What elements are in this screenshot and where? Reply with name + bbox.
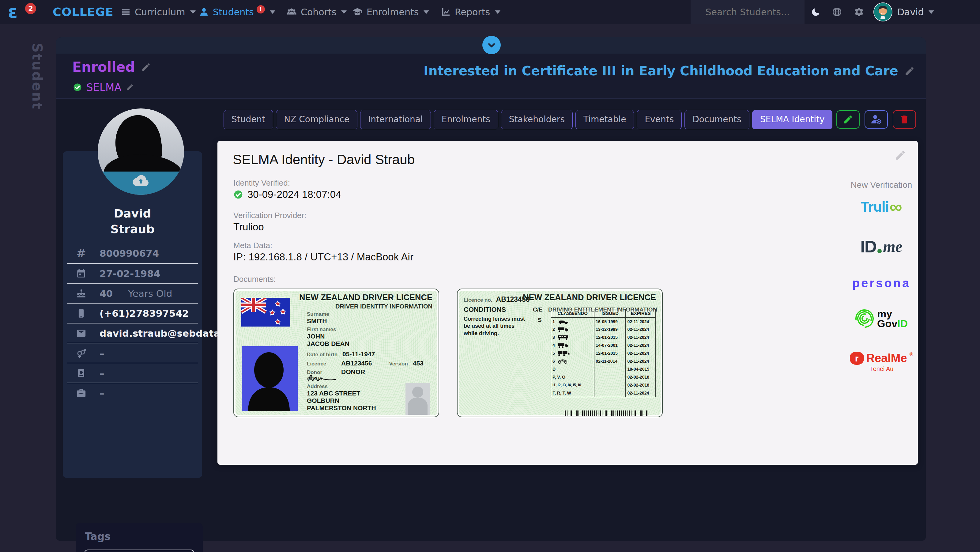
idme-logo: ID [860, 237, 876, 256]
profile-photo[interactable] [98, 108, 184, 195]
settings-button[interactable] [854, 0, 864, 24]
licence-photo [242, 346, 298, 411]
chevron-down-icon [486, 40, 497, 50]
detail-suffix: Years Old [128, 288, 172, 299]
user-menu[interactable]: David [897, 0, 934, 24]
provider-mygovid-button[interactable]: my GovID [838, 309, 924, 329]
student-first-name: David [63, 206, 202, 221]
interest-title: Interested in Certificate III in Early C… [423, 64, 898, 78]
table-row: I1, I2, I3, I4, I5, I602-02-2018 [551, 381, 656, 389]
source-system-label: SELMA [86, 81, 122, 94]
documents-row: NEW ZEALAND DRIVER LICENCE DRIVER IDENTI… [233, 289, 663, 417]
conditions-text: Correcting lenses must be used at all ti… [464, 315, 528, 337]
check-circle-icon [73, 83, 82, 92]
realme-subtitle: Tēnei Au [869, 366, 894, 372]
meta-value: IP: 192.168.1.8 / UTC+13 / MacBook Air [233, 251, 414, 263]
table-row: 3 12-01-201502-11-2024 [551, 333, 656, 341]
idme-logo-me: me [883, 237, 902, 256]
caret-down-icon [495, 10, 500, 14]
collapse-header-button[interactable] [482, 36, 501, 54]
search-input[interactable] [697, 7, 798, 17]
nav-label: Enrolments [367, 7, 418, 17]
nav-label: Cohorts [301, 7, 336, 17]
first-names-field: First names JOHN JACOB DEAN [307, 326, 350, 347]
tab-nz-compliance[interactable]: NZ Compliance [276, 110, 357, 129]
field-label: Address [307, 383, 376, 390]
edit-status-icon[interactable] [141, 62, 151, 72]
licence-front-image[interactable]: NEW ZEALAND DRIVER LICENCE DRIVER IDENTI… [233, 289, 439, 417]
users-icon [286, 7, 297, 17]
tags-label: Tags [85, 531, 111, 542]
edit-interest-icon[interactable] [904, 66, 915, 76]
col-expires: EXPIRES [626, 309, 656, 317]
manage-user-button[interactable] [865, 110, 888, 129]
top-navbar: ε 2 COLLEGE Curriculum Students ! Cohort… [0, 0, 980, 24]
edit-student-button[interactable] [836, 110, 860, 129]
tab-timetable[interactable]: Timetable [576, 110, 634, 129]
tab-enrolments[interactable]: Enrolments [434, 110, 498, 129]
edit-source-icon[interactable] [126, 83, 134, 91]
caret-down-icon [423, 10, 429, 14]
gear-icon [854, 7, 864, 17]
bus-icon [557, 335, 569, 340]
language-globe-button[interactable] [832, 0, 842, 24]
field-value: AB123456 [341, 360, 372, 367]
moon-icon [811, 7, 821, 17]
table-row: 5 12-01-201502-11-2024 [551, 349, 656, 357]
detail-passport: – [67, 363, 198, 383]
nav-enrolments[interactable]: Enrolments [352, 0, 429, 24]
table-row: D18-04-2015 [551, 365, 656, 373]
user-avatar[interactable] [873, 2, 892, 21]
tab-stakeholders[interactable]: Stakeholders [501, 110, 573, 129]
selma-identity-panel: SELMA Identity - David Straub Identity V… [218, 141, 918, 465]
detail-occupation: – [67, 383, 198, 402]
profile-details: # 800990674 27-02-1984 40 Years Old [63, 243, 202, 402]
edit-identity-icon[interactable] [894, 150, 906, 161]
ce-label: C/E [533, 306, 542, 313]
licence-no-row: Licence no. AB123456 [464, 295, 530, 304]
entitlement-table: CLASS/ENDO ISSUED EXPIRES 1 16-05-199902… [550, 309, 656, 397]
provider-trulioo-button[interactable]: Truli ∞ [838, 199, 924, 215]
nav-label: Students [213, 7, 254, 17]
licence-back-image[interactable]: Licence no. AB123456 NEW ZEALAND DRIVER … [457, 289, 663, 417]
caret-down-icon [270, 10, 275, 14]
tab-selma-identity[interactable]: SELMA Identity [752, 110, 833, 129]
notification-badge[interactable]: 2 [25, 3, 36, 14]
photo-upload-band[interactable] [98, 172, 184, 195]
trulioo-infinity-icon: ∞ [889, 200, 902, 213]
nav-label: Reports [455, 7, 490, 17]
dark-mode-toggle[interactable] [811, 0, 821, 24]
nav-cohorts[interactable]: Cohorts [286, 0, 347, 24]
nav-reports[interactable]: Reports [441, 0, 500, 24]
detail-email: david.straub@sebdata... [67, 323, 198, 343]
dob-field: Date of birth 05-11-1947 [307, 350, 375, 358]
table-row: F, R, T, W02-11-2024 [551, 389, 656, 397]
mygovid-gov: Gov [877, 318, 897, 329]
app-logo[interactable]: ε 2 [8, 2, 18, 22]
student-last-name: Straub [63, 221, 202, 237]
licence-title: NEW ZEALAND DRIVER LICENCE [523, 293, 656, 302]
field-value: 123 ABC STREET [307, 390, 376, 397]
delete-student-button[interactable] [893, 110, 916, 129]
nav-curriculum[interactable]: Curriculum [121, 0, 196, 24]
table-row: 1 16-05-199902-11-2024 [551, 317, 656, 325]
provider-realme-button[interactable]: r RealMe ® Tēnei Au [838, 352, 924, 372]
tab-events[interactable]: Events [637, 110, 682, 129]
provider-idme-button[interactable]: ID me [838, 237, 924, 256]
provider-persona-button[interactable]: persona [838, 276, 924, 290]
tab-student[interactable]: Student [224, 110, 273, 129]
persona-logo: persona [852, 276, 911, 290]
tab-international[interactable]: International [360, 110, 431, 129]
graduation-cap-icon [352, 7, 363, 17]
nav-label: Curriculum [135, 7, 185, 17]
user-gear-icon [870, 114, 882, 125]
student-name: David Straub [63, 206, 202, 237]
nav-students[interactable]: Students ! [199, 0, 275, 24]
tags-input[interactable] [84, 550, 194, 552]
s-label: S [538, 317, 542, 323]
enrolment-status: Enrolled [72, 59, 135, 75]
brand-title[interactable]: COLLEGE [52, 0, 114, 24]
field-value: JOHN [307, 332, 350, 340]
detail-value: david.straub@sebdata... [100, 328, 231, 339]
tab-documents[interactable]: Documents [684, 110, 749, 129]
